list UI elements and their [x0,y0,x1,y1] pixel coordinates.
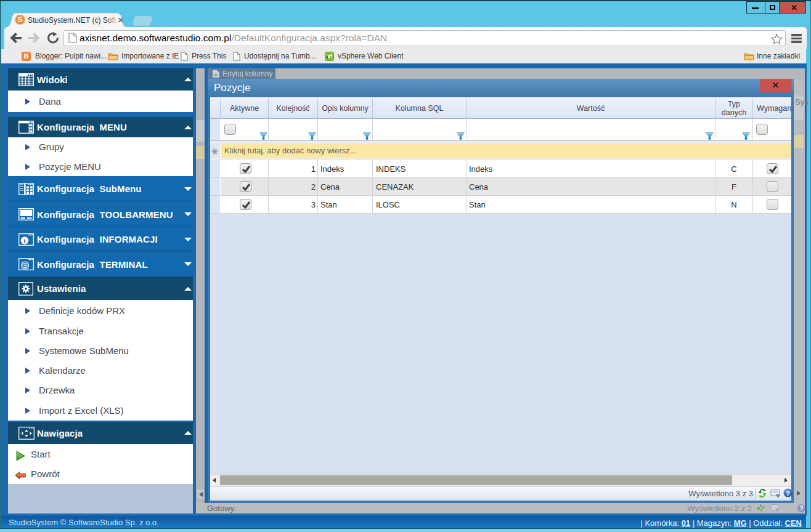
svg-text:?: ? [786,490,790,497]
svg-text:S: S [17,15,23,24]
svg-text:i: i [23,236,25,244]
